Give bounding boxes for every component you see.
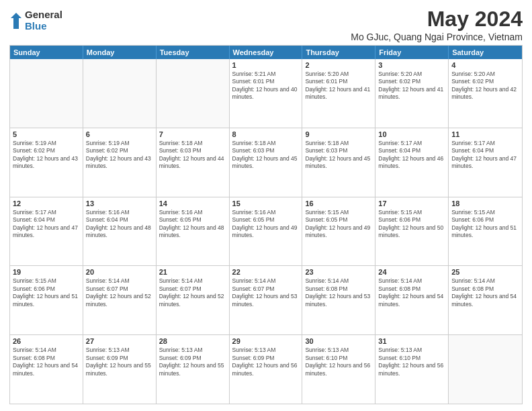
calendar-row-4: 26Sunrise: 5:14 AMSunset: 6:08 PMDayligh… [10,335,522,404]
header-cell-friday: Friday [375,46,449,59]
day-number: 11 [451,130,519,138]
sunrise-text: Sunrise: 5:17 AM [451,140,519,147]
sunset-text: Sunset: 6:08 PM [305,285,372,293]
day-number: 21 [159,268,226,276]
day-number: 23 [305,268,372,276]
day-cell-21: 21Sunrise: 5:14 AMSunset: 6:07 PMDayligh… [157,266,230,334]
day-number: 16 [305,199,372,208]
sunset-text: Sunset: 6:04 PM [451,147,519,154]
day-number: 1 [232,61,300,69]
daylight-text: Daylight: 12 hours and 48 minutes. [86,224,153,240]
day-number: 18 [451,199,519,208]
daylight-text: Daylight: 12 hours and 56 minutes. [378,362,445,377]
header-cell-saturday: Saturday [449,46,522,59]
daylight-text: Daylight: 12 hours and 56 minutes. [305,362,372,377]
sunset-text: Sunset: 6:06 PM [13,285,80,293]
day-cell-9: 9Sunrise: 5:18 AMSunset: 6:03 PMDaylight… [302,128,375,197]
day-cell-26: 26Sunrise: 5:14 AMSunset: 6:08 PMDayligh… [10,335,83,404]
day-cell-11: 11Sunrise: 5:17 AMSunset: 6:04 PMDayligh… [449,128,522,197]
day-cell-2: 2Sunrise: 5:20 AMSunset: 6:01 PMDaylight… [302,59,375,128]
day-cell-8: 8Sunrise: 5:18 AMSunset: 6:03 PMDaylight… [230,128,303,197]
daylight-text: Daylight: 12 hours and 54 minutes. [451,293,519,308]
daylight-text: Daylight: 12 hours and 42 minutes. [451,86,519,101]
header-cell-sunday: Sunday [10,46,83,59]
daylight-text: Daylight: 12 hours and 47 minutes. [451,155,519,171]
daylight-text: Daylight: 12 hours and 44 minutes. [159,155,226,171]
main-title: May 2024 [351,7,523,32]
sunrise-text: Sunrise: 5:14 AM [451,277,519,285]
calendar-row-1: 5Sunrise: 5:19 AMSunset: 6:02 PMDaylight… [10,128,522,197]
sunset-text: Sunset: 6:08 PM [451,285,519,293]
calendar-row-3: 19Sunrise: 5:15 AMSunset: 6:06 PMDayligh… [10,266,522,335]
day-cell-27: 27Sunrise: 5:13 AMSunset: 6:09 PMDayligh… [83,335,157,404]
day-cell-5: 5Sunrise: 5:19 AMSunset: 6:02 PMDaylight… [10,128,83,197]
sunrise-text: Sunrise: 5:15 AM [378,209,445,216]
sunrise-text: Sunrise: 5:16 AM [159,209,226,216]
sunset-text: Sunset: 6:06 PM [378,216,445,224]
logo-blue: Blue [25,21,62,32]
day-cell-28: 28Sunrise: 5:13 AMSunset: 6:09 PMDayligh… [157,335,230,404]
day-cell-12: 12Sunrise: 5:17 AMSunset: 6:04 PMDayligh… [10,197,83,266]
sunrise-text: Sunrise: 5:14 AM [378,277,445,285]
empty-cell [449,335,522,404]
daylight-text: Daylight: 12 hours and 49 minutes. [232,224,300,240]
day-cell-23: 23Sunrise: 5:14 AMSunset: 6:08 PMDayligh… [302,266,375,334]
sunset-text: Sunset: 6:04 PM [13,216,80,224]
day-cell-16: 16Sunrise: 5:15 AMSunset: 6:05 PMDayligh… [302,197,375,266]
page: General Blue May 2024 Mo GJuc, Quang Nga… [0,0,532,411]
daylight-text: Daylight: 12 hours and 50 minutes. [378,224,445,240]
day-number: 14 [159,199,226,208]
sunset-text: Sunset: 6:02 PM [86,147,153,154]
daylight-text: Daylight: 12 hours and 45 minutes. [232,155,300,171]
sunrise-text: Sunrise: 5:19 AM [13,140,80,147]
sunrise-text: Sunrise: 5:13 AM [159,347,226,354]
day-number: 25 [451,268,519,276]
daylight-text: Daylight: 12 hours and 51 minutes. [451,224,519,240]
sunset-text: Sunset: 6:08 PM [378,285,445,293]
day-cell-13: 13Sunrise: 5:16 AMSunset: 6:04 PMDayligh… [83,197,157,266]
sunrise-text: Sunrise: 5:13 AM [232,347,300,354]
day-number: 15 [232,199,300,208]
day-cell-4: 4Sunrise: 5:20 AMSunset: 6:02 PMDaylight… [449,59,522,128]
day-number: 17 [378,199,445,208]
day-cell-10: 10Sunrise: 5:17 AMSunset: 6:04 PMDayligh… [375,128,449,197]
day-cell-31: 31Sunrise: 5:13 AMSunset: 6:10 PMDayligh… [375,335,449,404]
daylight-text: Daylight: 12 hours and 55 minutes. [86,362,153,377]
empty-cell [10,59,83,128]
day-number: 30 [305,337,372,345]
sunset-text: Sunset: 6:10 PM [305,355,372,362]
sunset-text: Sunset: 6:04 PM [86,216,153,224]
sunset-text: Sunset: 6:09 PM [159,355,226,362]
day-cell-17: 17Sunrise: 5:15 AMSunset: 6:06 PMDayligh… [375,197,449,266]
day-number: 22 [232,268,300,276]
sunset-text: Sunset: 6:06 PM [451,216,519,224]
day-cell-14: 14Sunrise: 5:16 AMSunset: 6:05 PMDayligh… [157,197,230,266]
sunset-text: Sunset: 6:01 PM [232,78,300,85]
day-number: 31 [378,337,445,345]
sunset-text: Sunset: 6:09 PM [232,355,300,362]
daylight-text: Daylight: 12 hours and 43 minutes. [86,155,153,171]
sunrise-text: Sunrise: 5:19 AM [86,140,153,147]
empty-cell [157,59,230,128]
logo-icon [9,11,23,30]
calendar-row-0: 1Sunrise: 5:21 AMSunset: 6:01 PMDaylight… [10,59,522,128]
sunrise-text: Sunrise: 5:14 AM [86,277,153,285]
day-cell-18: 18Sunrise: 5:15 AMSunset: 6:06 PMDayligh… [449,197,522,266]
sunrise-text: Sunrise: 5:20 AM [378,71,445,78]
day-number: 29 [232,337,300,345]
daylight-text: Daylight: 12 hours and 53 minutes. [305,293,372,308]
day-cell-15: 15Sunrise: 5:16 AMSunset: 6:05 PMDayligh… [230,197,303,266]
sunrise-text: Sunrise: 5:20 AM [305,71,372,78]
day-number: 20 [86,268,153,276]
day-number: 2 [305,61,372,69]
day-number: 5 [13,130,80,138]
sunset-text: Sunset: 6:07 PM [232,285,300,293]
day-number: 9 [305,130,372,138]
day-cell-30: 30Sunrise: 5:13 AMSunset: 6:10 PMDayligh… [302,335,375,404]
day-number: 6 [86,130,153,138]
sunset-text: Sunset: 6:10 PM [378,355,445,362]
day-number: 8 [232,130,300,138]
daylight-text: Daylight: 12 hours and 41 minutes. [305,86,372,101]
day-number: 19 [13,268,80,276]
logo-text: General Blue [25,9,62,32]
